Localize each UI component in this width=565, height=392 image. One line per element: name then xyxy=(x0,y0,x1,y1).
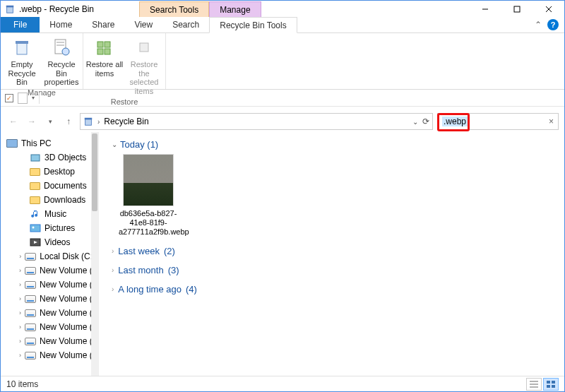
close-button[interactable] xyxy=(533,1,564,17)
nav-back-button[interactable]: ← xyxy=(6,114,20,129)
minimize-button[interactable] xyxy=(469,1,501,17)
ribbon-tab-recycle-bin-tools[interactable]: Recycle Bin Tools xyxy=(209,17,297,33)
navigation-pane[interactable]: This PC3D ObjectsDesktopDocumentsDownloa… xyxy=(1,132,98,376)
refresh-button[interactable]: ⟳ xyxy=(422,117,429,126)
group-count: (4) xyxy=(186,284,197,295)
tree-label: New Volume (I:) xyxy=(40,336,98,346)
address-history-dropdown[interactable]: ⌄ xyxy=(412,118,418,126)
chevron-right-icon: › xyxy=(19,267,21,274)
tree-item[interactable]: Pictures xyxy=(6,221,98,235)
ribbon-body: Empty Recycle Bin Recycle Bin properties… xyxy=(1,33,564,90)
group-header-collapsed[interactable]: ›Last month (3) xyxy=(112,265,557,275)
content-pane[interactable]: ⌄Today (1)db636e5a-b827-41e8-81f9-a27771… xyxy=(98,132,564,376)
tree-label: New Volume (H:) xyxy=(40,322,98,332)
tree-label: New Volume (D:) xyxy=(40,266,98,275)
ribbon-tab-home[interactable]: Home xyxy=(40,17,82,32)
tree-label: Documents xyxy=(44,181,87,191)
restore-selected-icon xyxy=(133,36,155,59)
body: This PC3D ObjectsDesktopDocumentsDownloa… xyxy=(1,132,564,376)
group-label: Last week xyxy=(118,246,160,256)
clear-search-button[interactable]: × xyxy=(549,117,554,126)
tree-label: New Volume (F:) xyxy=(40,294,98,304)
recycle-bin-icon xyxy=(83,117,93,126)
chevron-right-icon: › xyxy=(19,338,21,345)
tree-item[interactable]: Music xyxy=(6,207,98,221)
sidebar-scrollbar[interactable] xyxy=(91,132,98,376)
file-thumbnail xyxy=(123,154,174,206)
restore-selected-button: Restore the selected items xyxy=(124,35,164,96)
status-bar: 10 items xyxy=(1,376,564,391)
nav-forward-button[interactable]: → xyxy=(25,114,39,129)
qat-checkbox-icon[interactable] xyxy=(5,94,13,102)
tree-item[interactable]: Documents xyxy=(6,179,98,193)
ribbon-collapse-icon[interactable]: ⌃ xyxy=(535,20,542,30)
svg-rect-1 xyxy=(6,5,14,7)
tree-label: Pictures xyxy=(44,223,75,233)
group-label: Last month xyxy=(118,265,163,275)
tree-item[interactable]: ›New Volume (F:) xyxy=(6,292,98,306)
tree-item[interactable]: ›New Volume (I:) xyxy=(6,334,98,348)
tree-item[interactable]: ›Local Disk (C:) xyxy=(6,249,98,263)
tree-item[interactable]: ›New Volume (J:) xyxy=(6,348,98,362)
tree-item[interactable]: Desktop xyxy=(6,165,98,179)
help-icon[interactable]: ? xyxy=(547,19,559,30)
empty-recycle-bin-label: Empty Recycle Bin xyxy=(2,60,42,87)
recycle-bin-properties-button[interactable]: Recycle Bin properties xyxy=(42,35,81,87)
group-header-collapsed[interactable]: ›A long time ago (4) xyxy=(112,284,557,295)
group-header-collapsed[interactable]: ›Last week (2) xyxy=(112,246,557,256)
chevron-right-icon: › xyxy=(19,352,21,359)
window-title: .webp - Recycle Bin xyxy=(19,4,94,14)
tree-item[interactable]: Downloads xyxy=(6,193,98,207)
svg-rect-30 xyxy=(552,385,555,388)
qat-document-icon[interactable] xyxy=(18,93,28,104)
quick-access-toolbar: ▾ xyxy=(1,90,564,107)
maximize-button[interactable] xyxy=(501,1,533,17)
group-count: (3) xyxy=(168,265,179,275)
group-header[interactable]: ⌄Today (1) xyxy=(112,139,557,150)
restore-all-button[interactable]: Restore all items xyxy=(85,35,124,78)
tree-label: Videos xyxy=(44,237,70,247)
tree-label: 3D Objects xyxy=(44,153,86,162)
context-tab-manage[interactable]: Manage xyxy=(209,1,261,17)
thumbnails-view-button[interactable] xyxy=(543,378,559,391)
ribbon-tab-share[interactable]: Share xyxy=(82,17,124,32)
tree-item[interactable]: ›New Volume (H:) xyxy=(6,320,98,334)
tree-item[interactable]: ›New Volume (D:) xyxy=(6,263,98,278)
chevron-down-icon: ⌄ xyxy=(112,141,117,148)
svg-rect-6 xyxy=(17,43,27,54)
qat-dropdown-icon[interactable]: ▾ xyxy=(32,95,35,101)
ribbon-tab-file[interactable]: File xyxy=(1,17,40,32)
search-box[interactable]: .webp × xyxy=(437,113,559,130)
pc-icon xyxy=(6,139,18,148)
group-count: (2) xyxy=(164,246,175,256)
tree-item[interactable]: ›New Volume (E:) xyxy=(6,278,98,292)
tree-item[interactable]: ›New Volume (G:) xyxy=(6,306,98,320)
svg-rect-28 xyxy=(552,381,555,384)
chevron-right-icon: › xyxy=(112,285,114,293)
details-view-button[interactable] xyxy=(526,378,542,391)
address-bar[interactable]: › Recycle Bin ⌄ ⟳ xyxy=(80,113,433,130)
tree-item[interactable]: Videos xyxy=(6,235,98,249)
tree-item[interactable]: 3D Objects xyxy=(6,150,98,165)
navigation-row: ← → ▾ ↑ › Recycle Bin ⌄ ⟳ .webp × xyxy=(1,111,564,132)
file-item[interactable]: db636e5a-b827-41e8-81f9-a277711a2f9b.web… xyxy=(119,154,178,237)
recycle-bin-properties-label: Recycle Bin properties xyxy=(42,60,81,87)
svg-rect-17 xyxy=(85,119,92,126)
context-tab-search-tools[interactable]: Search Tools xyxy=(139,1,209,17)
status-item-count: 10 items xyxy=(6,379,38,389)
tree-item-this-pc[interactable]: This PC xyxy=(6,136,98,150)
tree-label: New Volume (J:) xyxy=(40,350,98,360)
ribbon-tab-search[interactable]: Search xyxy=(162,17,209,32)
ribbon-group-manage: Empty Recycle Bin Recycle Bin properties… xyxy=(1,33,83,89)
nav-recent-dropdown[interactable]: ▾ xyxy=(43,114,57,129)
nav-up-button[interactable]: ↑ xyxy=(61,114,76,129)
chevron-right-icon: › xyxy=(19,295,21,302)
breadcrumb-item[interactable]: Recycle Bin xyxy=(104,117,148,126)
chevron-right-icon[interactable]: › xyxy=(97,118,100,126)
group-label: Today (1) xyxy=(120,139,158,150)
chevron-right-icon: › xyxy=(19,281,21,288)
svg-rect-7 xyxy=(16,41,28,44)
ribbon-tab-view[interactable]: View xyxy=(124,17,162,32)
empty-recycle-bin-button[interactable]: Empty Recycle Bin xyxy=(2,35,42,87)
svg-rect-13 xyxy=(105,42,110,47)
